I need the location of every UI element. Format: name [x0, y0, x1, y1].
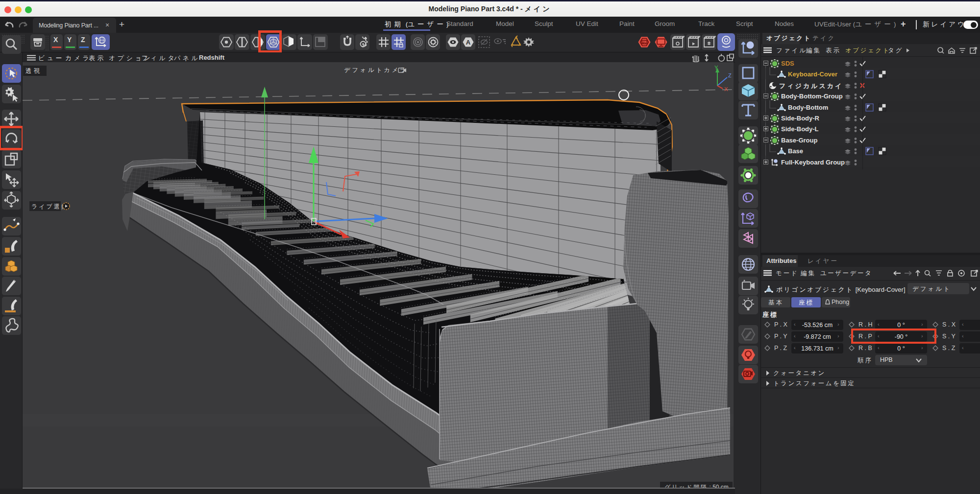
svg-text:RV: RV [642, 41, 647, 45]
svg-text:Y: Y [714, 65, 718, 71]
svg-text:Z: Z [728, 72, 732, 78]
svg-text:X: X [724, 86, 728, 91]
svg-text:A: A [466, 39, 471, 46]
